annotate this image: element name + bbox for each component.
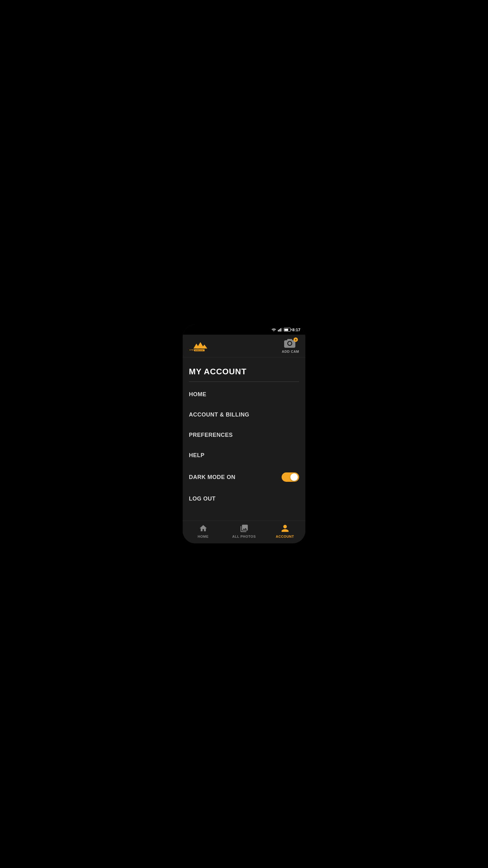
svg-rect-1 <box>279 329 280 332</box>
account-nav-icon <box>281 524 289 533</box>
status-icons: 8:17 <box>271 328 300 332</box>
bottom-nav: HOME ALL PHOTOS ACCOUNT <box>183 521 305 544</box>
logo-container: STRIKE FORCE WIRELESS <box>189 341 214 351</box>
plus-badge: + <box>293 337 298 342</box>
menu-item-help[interactable]: HELP <box>189 445 299 466</box>
nav-label-home: HOME <box>198 535 208 538</box>
svg-rect-0 <box>278 330 279 332</box>
menu-item-preferences-label: PREFERENCES <box>189 432 233 438</box>
menu-item-account-billing-label: ACCOUNT & BILLING <box>189 411 249 418</box>
menu-item-home-label: HOME <box>189 391 206 398</box>
nav-item-account[interactable]: ACCOUNT <box>264 524 305 538</box>
app-header: STRIKE FORCE WIRELESS + ADD CAM <box>183 335 305 358</box>
wifi-icon <box>271 328 276 332</box>
home-nav-icon <box>199 524 207 533</box>
page-title: MY ACCOUNT <box>189 367 299 376</box>
svg-rect-3 <box>282 328 282 332</box>
status-time: 8:17 <box>292 328 300 332</box>
nav-item-all-photos[interactable]: ALL PHOTOS <box>224 524 264 538</box>
toggle-knob <box>290 473 298 481</box>
main-content: MY ACCOUNT HOME ACCOUNT & BILLING PREFER… <box>183 358 305 521</box>
title-divider <box>189 381 299 382</box>
battery-icon <box>284 328 291 332</box>
nav-label-account: ACCOUNT <box>276 535 294 538</box>
add-cam-button[interactable]: + ADD CAM <box>282 338 299 353</box>
menu-item-dark-mode[interactable]: DARK MODE ON <box>189 466 299 489</box>
signal-icon <box>278 328 282 332</box>
menu-item-logout-label: LOG OUT <box>189 496 216 502</box>
app-logo: STRIKE FORCE WIRELESS <box>189 341 214 351</box>
nav-label-all-photos: ALL PHOTOS <box>232 535 256 538</box>
svg-point-10 <box>288 342 291 345</box>
menu-item-home[interactable]: HOME <box>189 384 299 405</box>
menu-item-help-label: HELP <box>189 452 204 458</box>
menu-item-logout[interactable]: LOG OUT <box>189 489 299 509</box>
add-cam-icon-wrapper: + <box>284 338 297 348</box>
status-bar: 8:17 <box>183 324 305 335</box>
phone-frame: 8:17 STRIKE FORCE WIRELESS <box>183 324 305 544</box>
svg-rect-2 <box>281 329 281 332</box>
nav-item-home[interactable]: HOME <box>183 524 224 538</box>
menu-item-account-billing[interactable]: ACCOUNT & BILLING <box>189 405 299 425</box>
all-photos-nav-icon <box>240 524 249 533</box>
menu-list: HOME ACCOUNT & BILLING PREFERENCES HELP … <box>189 384 299 509</box>
add-cam-label: ADD CAM <box>282 350 299 353</box>
menu-item-preferences[interactable]: PREFERENCES <box>189 425 299 445</box>
dark-mode-label: DARK MODE ON <box>189 474 235 480</box>
dark-mode-toggle[interactable] <box>282 472 299 482</box>
svg-text:WIRELESS: WIRELESS <box>195 350 203 351</box>
